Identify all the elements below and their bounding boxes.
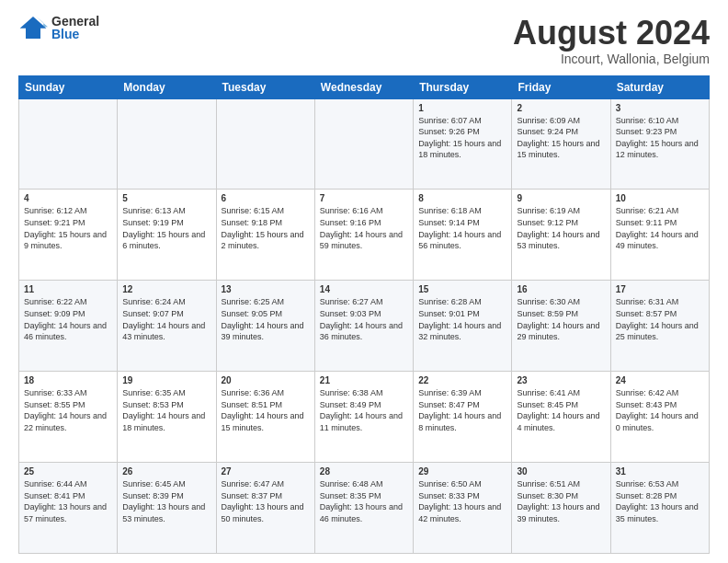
day-number: 22: [418, 375, 506, 385]
day-info: Sunrise: 6:15 AM Sunset: 9:18 PM Dayligh…: [222, 205, 310, 251]
day-info: Sunrise: 6:25 AM Sunset: 9:05 PM Dayligh…: [222, 296, 310, 342]
day-info: Sunrise: 6:13 AM Sunset: 9:19 PM Dayligh…: [122, 205, 210, 251]
day-cell-2-5: 16Sunrise: 6:30 AM Sunset: 8:59 PM Dayli…: [512, 281, 610, 372]
day-number: 5: [122, 193, 210, 203]
day-cell-1-0: 4Sunrise: 6:12 AM Sunset: 9:21 PM Daylig…: [19, 190, 118, 281]
day-number: 6: [222, 193, 310, 203]
day-cell-1-1: 5Sunrise: 6:13 AM Sunset: 9:19 PM Daylig…: [118, 190, 216, 281]
day-number: 13: [222, 284, 310, 294]
day-cell-0-3: [314, 98, 413, 190]
header: General Blue August 2024 Incourt, Wallon…: [18, 15, 710, 66]
col-sunday: Sunday: [19, 75, 118, 98]
day-cell-1-5: 9Sunrise: 6:19 AM Sunset: 9:12 PM Daylig…: [512, 190, 610, 281]
day-number: 16: [517, 284, 605, 294]
day-info: Sunrise: 6:38 AM Sunset: 8:49 PM Dayligh…: [320, 387, 408, 433]
day-number: 27: [222, 466, 310, 477]
day-number: 23: [517, 375, 605, 385]
main-title: August 2024: [513, 15, 710, 52]
day-cell-2-4: 15Sunrise: 6:28 AM Sunset: 9:01 PM Dayli…: [414, 281, 512, 372]
day-cell-2-3: 14Sunrise: 6:27 AM Sunset: 9:03 PM Dayli…: [314, 281, 413, 372]
day-number: 4: [24, 193, 112, 203]
day-number: 26: [122, 466, 210, 477]
day-info: Sunrise: 6:33 AM Sunset: 8:55 PM Dayligh…: [24, 387, 112, 433]
day-info: Sunrise: 6:24 AM Sunset: 9:07 PM Dayligh…: [122, 296, 210, 342]
day-cell-1-2: 6Sunrise: 6:15 AM Sunset: 9:18 PM Daylig…: [216, 190, 314, 281]
day-number: 18: [24, 375, 112, 385]
logo-general-text: General: [51, 15, 99, 28]
day-info: Sunrise: 6:39 AM Sunset: 8:47 PM Dayligh…: [418, 387, 506, 433]
day-number: 19: [122, 375, 210, 385]
day-info: Sunrise: 6:35 AM Sunset: 8:53 PM Dayligh…: [122, 387, 210, 433]
day-number: 24: [616, 375, 704, 385]
col-tuesday: Tuesday: [216, 75, 314, 98]
col-monday: Monday: [118, 75, 216, 98]
day-info: Sunrise: 6:44 AM Sunset: 8:41 PM Dayligh…: [24, 478, 112, 524]
logo: General Blue: [18, 15, 99, 40]
svg-marker-0: [20, 17, 47, 39]
day-info: Sunrise: 6:09 AM Sunset: 9:24 PM Dayligh…: [517, 115, 605, 161]
day-number: 29: [418, 466, 506, 477]
day-number: 21: [320, 375, 408, 385]
day-number: 9: [517, 193, 605, 203]
day-info: Sunrise: 6:18 AM Sunset: 9:14 PM Dayligh…: [418, 205, 506, 251]
day-cell-4-6: 31Sunrise: 6:53 AM Sunset: 8:28 PM Dayli…: [610, 463, 709, 554]
day-cell-1-4: 8Sunrise: 6:18 AM Sunset: 9:14 PM Daylig…: [414, 190, 512, 281]
day-cell-3-6: 24Sunrise: 6:42 AM Sunset: 8:43 PM Dayli…: [610, 372, 709, 463]
week-row-0: 1Sunrise: 6:07 AM Sunset: 9:26 PM Daylig…: [19, 98, 710, 190]
day-number: 2: [517, 103, 605, 113]
day-info: Sunrise: 6:07 AM Sunset: 9:26 PM Dayligh…: [418, 115, 506, 161]
title-block: August 2024 Incourt, Wallonia, Belgium: [513, 15, 710, 66]
day-info: Sunrise: 6:10 AM Sunset: 9:23 PM Dayligh…: [616, 115, 704, 161]
day-cell-0-5: 2Sunrise: 6:09 AM Sunset: 9:24 PM Daylig…: [512, 98, 610, 190]
day-number: 12: [122, 284, 210, 294]
day-info: Sunrise: 6:28 AM Sunset: 9:01 PM Dayligh…: [418, 296, 506, 342]
day-info: Sunrise: 6:50 AM Sunset: 8:33 PM Dayligh…: [418, 478, 506, 524]
day-info: Sunrise: 6:45 AM Sunset: 8:39 PM Dayligh…: [122, 478, 210, 524]
day-cell-2-6: 17Sunrise: 6:31 AM Sunset: 8:57 PM Dayli…: [610, 281, 709, 372]
day-cell-3-3: 21Sunrise: 6:38 AM Sunset: 8:49 PM Dayli…: [314, 372, 413, 463]
week-row-2: 11Sunrise: 6:22 AM Sunset: 9:09 PM Dayli…: [19, 281, 710, 372]
day-info: Sunrise: 6:47 AM Sunset: 8:37 PM Dayligh…: [222, 478, 310, 524]
day-number: 15: [418, 284, 506, 294]
day-cell-2-1: 12Sunrise: 6:24 AM Sunset: 9:07 PM Dayli…: [118, 281, 216, 372]
day-number: 20: [222, 375, 310, 385]
day-info: Sunrise: 6:42 AM Sunset: 8:43 PM Dayligh…: [616, 387, 704, 433]
day-cell-3-1: 19Sunrise: 6:35 AM Sunset: 8:53 PM Dayli…: [118, 372, 216, 463]
day-cell-4-2: 27Sunrise: 6:47 AM Sunset: 8:37 PM Dayli…: [216, 463, 314, 554]
day-number: 25: [24, 466, 112, 477]
day-info: Sunrise: 6:53 AM Sunset: 8:28 PM Dayligh…: [616, 478, 704, 524]
day-info: Sunrise: 6:31 AM Sunset: 8:57 PM Dayligh…: [616, 296, 704, 342]
col-thursday: Thursday: [414, 75, 512, 98]
day-cell-4-0: 25Sunrise: 6:44 AM Sunset: 8:41 PM Dayli…: [19, 463, 118, 554]
logo-blue-text: Blue: [51, 28, 99, 40]
day-info: Sunrise: 6:27 AM Sunset: 9:03 PM Dayligh…: [320, 296, 408, 342]
week-row-4: 25Sunrise: 6:44 AM Sunset: 8:41 PM Dayli…: [19, 463, 710, 554]
week-row-3: 18Sunrise: 6:33 AM Sunset: 8:55 PM Dayli…: [19, 372, 710, 463]
logo-icon: [18, 15, 48, 40]
day-cell-0-2: [216, 98, 314, 190]
day-number: 14: [320, 284, 408, 294]
day-info: Sunrise: 6:16 AM Sunset: 9:16 PM Dayligh…: [320, 205, 408, 251]
day-cell-3-5: 23Sunrise: 6:41 AM Sunset: 8:45 PM Dayli…: [512, 372, 610, 463]
day-cell-4-3: 28Sunrise: 6:48 AM Sunset: 8:35 PM Dayli…: [314, 463, 413, 554]
day-info: Sunrise: 6:22 AM Sunset: 9:09 PM Dayligh…: [24, 296, 112, 342]
day-number: 10: [616, 193, 704, 203]
day-cell-0-6: 3Sunrise: 6:10 AM Sunset: 9:23 PM Daylig…: [610, 98, 709, 190]
day-cell-2-0: 11Sunrise: 6:22 AM Sunset: 9:09 PM Dayli…: [19, 281, 118, 372]
col-saturday: Saturday: [610, 75, 709, 98]
day-number: 7: [320, 193, 408, 203]
day-info: Sunrise: 6:48 AM Sunset: 8:35 PM Dayligh…: [320, 478, 408, 524]
calendar-header-row: Sunday Monday Tuesday Wednesday Thursday…: [19, 75, 710, 98]
day-info: Sunrise: 6:30 AM Sunset: 8:59 PM Dayligh…: [517, 296, 605, 342]
day-cell-3-0: 18Sunrise: 6:33 AM Sunset: 8:55 PM Dayli…: [19, 372, 118, 463]
day-number: 8: [418, 193, 506, 203]
day-cell-2-2: 13Sunrise: 6:25 AM Sunset: 9:05 PM Dayli…: [216, 281, 314, 372]
page: General Blue August 2024 Incourt, Wallon…: [0, 0, 728, 563]
day-number: 3: [616, 103, 704, 113]
col-wednesday: Wednesday: [314, 75, 413, 98]
day-cell-4-5: 30Sunrise: 6:51 AM Sunset: 8:30 PM Dayli…: [512, 463, 610, 554]
logo-text: General Blue: [51, 15, 99, 40]
day-info: Sunrise: 6:21 AM Sunset: 9:11 PM Dayligh…: [616, 205, 704, 251]
day-cell-0-4: 1Sunrise: 6:07 AM Sunset: 9:26 PM Daylig…: [414, 98, 512, 190]
col-friday: Friday: [512, 75, 610, 98]
